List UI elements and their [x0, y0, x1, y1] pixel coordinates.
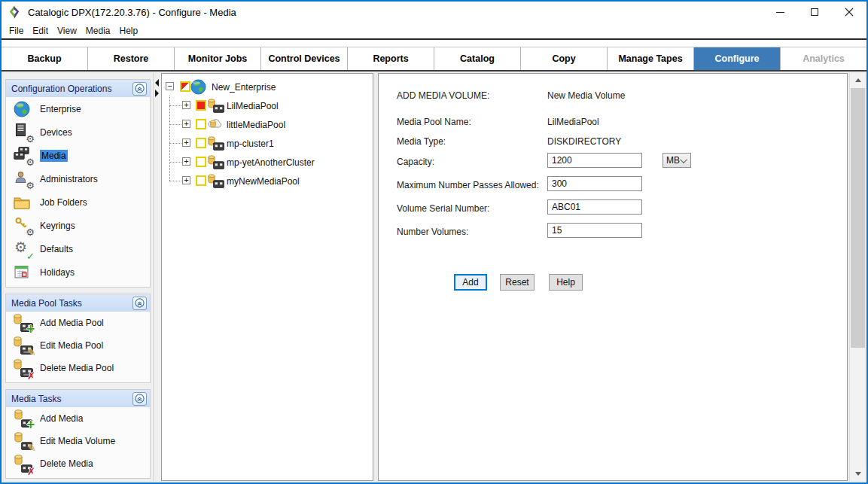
expand-expander[interactable]: +	[182, 120, 190, 128]
media-pool-name-label: Media Pool Name:	[397, 117, 471, 127]
plus-icon	[26, 419, 35, 431]
capacity-input[interactable]	[547, 153, 642, 168]
collapse-section-button[interactable]	[132, 392, 147, 406]
arrow-down-icon	[855, 472, 861, 476]
media-type-value: DISKDIRECTORY	[547, 136, 621, 147]
sidebar-item-edit-media-pool[interactable]: Edit Media Pool	[6, 334, 150, 357]
vertical-scrollbar[interactable]	[849, 73, 865, 481]
sidebar-item-label: Edit Media Pool	[40, 340, 103, 351]
sidebar-item-label: Delete Media Pool	[40, 363, 114, 373]
tree-checkbox-unchecked[interactable]	[196, 119, 206, 129]
tree-node-label[interactable]: mp-yetAnotherCluster	[227, 157, 315, 168]
sidebar-item-keyrings[interactable]: Keyrings	[6, 214, 150, 237]
section-title: Media Tasks	[11, 394, 61, 404]
chevron-up-circle-icon	[135, 84, 145, 93]
sidebar-item-delete-media[interactable]: Delete Media	[6, 452, 150, 475]
menu-view[interactable]: View	[53, 24, 81, 38]
tree-node-label[interactable]: littleMediaPool	[227, 120, 285, 130]
sidebar-item-administrators[interactable]: Administrators	[6, 167, 150, 190]
tab-copy[interactable]: Copy	[521, 47, 608, 70]
minimize-button[interactable]	[763, 2, 797, 23]
menu-edit[interactable]: Edit	[28, 24, 53, 38]
media-add-icon	[14, 409, 33, 428]
close-icon	[845, 8, 854, 17]
tab-monitor-jobs[interactable]: Monitor Jobs	[175, 47, 261, 70]
gear-icon	[14, 240, 27, 254]
volume-serial-input[interactable]	[547, 199, 642, 215]
sidebar-item-add-media-pool[interactable]: Add Media Pool	[6, 312, 150, 334]
tab-control-devices[interactable]: Control Devices	[261, 47, 348, 70]
sidebar-item-delete-media-pool[interactable]: Delete Media Pool	[6, 357, 150, 379]
sidebar-item-enterprise[interactable]: Enterprise	[6, 97, 150, 120]
title-bar: Catalogic DPX(172.20.3.76) - Configure -…	[2, 2, 866, 23]
chevron-down-icon	[680, 156, 687, 163]
maximize-button[interactable]	[797, 2, 832, 23]
expand-right-icon[interactable]	[155, 90, 159, 97]
media-pool-edit-icon	[14, 336, 33, 355]
menu-file[interactable]: File	[5, 24, 28, 38]
form-title-label: ADD MEDIA VOLUME:	[397, 90, 489, 101]
sidebar-item-add-media[interactable]: Add Media	[6, 407, 150, 430]
tree-checkbox-unchecked[interactable]	[196, 138, 206, 148]
sidebar-item-defaults[interactable]: Defaults	[6, 237, 150, 260]
expand-expander[interactable]: +	[182, 157, 190, 166]
tab-reports[interactable]: Reports	[348, 47, 434, 70]
collapse-section-button[interactable]	[132, 82, 147, 96]
tree-node-label[interactable]: New_Enterprise	[212, 82, 276, 93]
reset-button[interactable]: Reset	[500, 274, 535, 291]
help-button[interactable]: Help	[549, 274, 583, 291]
sidebar-item-label: Delete Media	[40, 458, 93, 469]
scrollbar-thumb[interactable]	[851, 88, 865, 348]
gear-icon	[26, 181, 35, 190]
tree-node-label[interactable]: LilMediaPool	[227, 101, 279, 111]
collapse-expander[interactable]: −	[166, 82, 174, 90]
tree-checkbox-unchecked[interactable]	[196, 157, 206, 167]
sidebar-item-edit-media-volume[interactable]: Edit Media Volume	[6, 430, 150, 452]
tree-node-label[interactable]: mp-cluster1	[227, 139, 274, 149]
scroll-down-button[interactable]	[850, 467, 866, 481]
scroll-up-button[interactable]	[850, 73, 866, 87]
add-media-volume-form: ADD MEDIA VOLUME: New Media Volume Media…	[378, 73, 848, 481]
tree-node-label[interactable]: myNewMediaPool	[227, 176, 300, 187]
sidebar-item-label: Defaults	[40, 244, 73, 254]
add-button[interactable]: Add	[454, 274, 487, 291]
menu-media[interactable]: Media	[81, 24, 115, 38]
tab-restore[interactable]: Restore	[88, 47, 175, 70]
tab-manage-tapes[interactable]: Manage Tapes	[608, 47, 694, 70]
panel-splitter-left[interactable]	[154, 73, 161, 481]
number-volumes-input[interactable]	[547, 223, 642, 238]
tree-checkbox-unchecked[interactable]	[196, 175, 206, 186]
menu-bar: File Edit View Media Help	[2, 23, 866, 40]
media-edit-icon	[14, 432, 33, 450]
collapse-section-button[interactable]	[132, 297, 147, 310]
tab-backup[interactable]: Backup	[2, 47, 88, 70]
section-title: Configuration Operations	[11, 84, 111, 94]
section-header-media-pool-tasks: Media Pool Tasks	[6, 294, 150, 312]
tree-checkbox-checked[interactable]	[196, 100, 206, 111]
expand-expander[interactable]: +	[182, 176, 190, 184]
menu-help[interactable]: Help	[115, 24, 143, 38]
tree-checkbox-partial[interactable]	[180, 81, 190, 92]
sidebar-item-media[interactable]: Media	[6, 144, 150, 167]
media-pool-tree: − New_Enterprise +	[161, 73, 373, 481]
tree-row: + littleMediaPool	[162, 115, 373, 134]
collapse-left-icon[interactable]	[155, 79, 159, 87]
close-button[interactable]	[832, 2, 866, 23]
capacity-label: Capacity:	[397, 157, 434, 167]
number-volumes-label: Number Volumes:	[397, 227, 468, 237]
sidebar-item-job-folders[interactable]: Job Folders	[6, 190, 150, 214]
expand-expander[interactable]: +	[182, 139, 190, 147]
pencil-icon	[27, 347, 36, 358]
max-passes-input[interactable]	[547, 176, 642, 191]
section-header-media-tasks: Media Tasks	[6, 390, 150, 407]
section-configuration-operations: Configuration Operations	[5, 79, 151, 288]
tab-catalog[interactable]: Catalog	[434, 47, 521, 70]
media-pool-icon	[208, 155, 224, 169]
section-title: Media Pool Tasks	[11, 298, 82, 309]
sidebar-item-holidays[interactable]: Holidays	[6, 260, 150, 284]
tab-configure[interactable]: Configure	[694, 47, 781, 70]
capacity-unit-select[interactable]: MB	[662, 153, 691, 168]
expand-expander[interactable]: +	[182, 101, 190, 109]
tab-analytics[interactable]: Analytics	[781, 47, 866, 70]
sidebar-item-devices[interactable]: Devices	[6, 120, 150, 144]
